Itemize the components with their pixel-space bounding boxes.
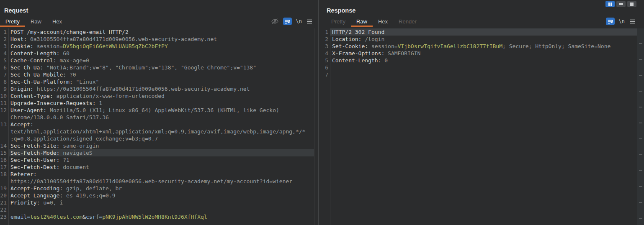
tab-hex[interactable]: Hex xyxy=(47,17,67,27)
menu-icon[interactable] xyxy=(306,19,313,24)
line-text: Host: 0a31005504ffa87a80d4171d009e0056.w… xyxy=(8,36,314,43)
line-text: Chrome/138.0.0.0 Safari/537.36 xyxy=(8,114,314,121)
code-line[interactable]: 13Accept: xyxy=(0,121,314,128)
line-text: Sec-Ch-Ua-Platform: "Linux" xyxy=(8,78,314,85)
code-line[interactable]: 2Location: /login xyxy=(319,36,637,43)
panel-divider[interactable] xyxy=(318,0,319,225)
message-editor: Request PrettyRawHex \n xyxy=(0,0,644,225)
menu-icon[interactable] xyxy=(629,19,636,24)
code-line[interactable]: 3Set-Cookie: session=VIjbOsrwTqifvIa6ell… xyxy=(319,43,637,50)
soft-wrap-icon[interactable] xyxy=(283,18,292,25)
code-line[interactable]: Chrome/138.0.0.0 Safari/537.36 xyxy=(0,114,314,121)
code-line[interactable]: 18Referer: xyxy=(0,171,314,178)
code-line[interactable]: 21Priority: u=0, i xyxy=(0,199,314,206)
code-line[interactable]: 4Content-Length: 60 xyxy=(0,50,314,57)
response-tabbar: PrettyRawHexRender xyxy=(326,17,422,27)
request-tabbar: PrettyRawHex xyxy=(0,17,67,27)
code-line[interactable]: 23email=test2%40test.com&csrf=pNK9jpAhUN… xyxy=(0,213,314,220)
pause-button[interactable] xyxy=(605,1,615,7)
response-panel: Response PrettyRawHexRender \n 1HTTP/2 3… xyxy=(319,0,644,225)
code-line[interactable]: https://0a31005504ffa87a80d4171d009e0056… xyxy=(0,178,314,185)
line-text: Sec-Ch-Ua-Mobile: ?0 xyxy=(8,71,314,78)
stop-button[interactable] xyxy=(627,1,636,7)
line-text: Upgrade-Insecure-Requests: 1 xyxy=(8,100,314,107)
line-text: User-Agent: Mozilla/5.0 (X11; Linux x86_… xyxy=(8,107,314,114)
code-line[interactable]: 8Sec-Ch-Ua-Platform: "Linux" xyxy=(0,78,314,85)
scroll-marker-strip[interactable] xyxy=(637,28,644,225)
code-line[interactable]: ;q=0.8,application/signed-exchange;v=b3;… xyxy=(0,135,314,142)
code-line[interactable]: 10Content-Type: application/x-www-form-u… xyxy=(0,92,314,100)
request-editor[interactable]: 1POST /my-account/change-email HTTP/22Ho… xyxy=(0,28,314,225)
line-text: Content-Length: 60 xyxy=(8,50,314,57)
line-number: 1 xyxy=(0,28,8,36)
tab-hex[interactable]: Hex xyxy=(373,17,393,27)
line-number: 4 xyxy=(0,50,8,57)
line-number: 7 xyxy=(0,71,8,78)
newline-icon[interactable]: \n xyxy=(296,18,302,24)
line-text: POST /my-account/change-email HTTP/2 xyxy=(8,28,314,36)
response-editor[interactable]: 1HTTP/2 302 Found2Location: /login3Set-C… xyxy=(319,28,637,225)
line-number: 16 xyxy=(0,156,8,164)
line-text: Accept: xyxy=(8,121,314,128)
pause-icon xyxy=(608,3,612,6)
code-line[interactable]: 19Accept-Encoding: gzip, deflate, br xyxy=(0,185,314,192)
code-line[interactable]: 1POST /my-account/change-email HTTP/2 xyxy=(0,28,314,36)
code-line[interactable]: 6 xyxy=(319,64,637,71)
line-number: 5 xyxy=(0,57,8,64)
line-text: Cookie: session=DV5bgiOqEi66etWWLUAUB5qZ… xyxy=(8,43,314,50)
code-line[interactable]: 9Origin: https://0a31005504ffa87a80d4171… xyxy=(0,85,314,92)
code-line[interactable]: 17Sec-Fetch-Dest: document xyxy=(0,164,314,171)
eye-off-icon[interactable] xyxy=(271,18,279,25)
line-number: 22 xyxy=(0,206,8,213)
line-text: Cache-Control: max-age=0 xyxy=(8,57,314,64)
line-text: Referer: xyxy=(8,171,314,178)
line-number: 6 xyxy=(0,64,8,71)
tab-raw[interactable]: Raw xyxy=(351,17,373,27)
lines-button[interactable] xyxy=(616,1,626,7)
request-edge-line xyxy=(314,28,314,225)
line-text: Location: /login xyxy=(330,36,637,43)
code-line[interactable]: 16Sec-Fetch-User: ?1 xyxy=(0,156,314,164)
line-text: Priority: u=0, i xyxy=(8,199,314,206)
line-number: 20 xyxy=(0,192,8,199)
line-text: Sec-Fetch-Mode: navigateS xyxy=(8,149,314,156)
line-text xyxy=(8,206,314,213)
line-number xyxy=(0,135,8,142)
line-text: Set-Cookie: session=VIjbOsrwTqifvIa6ellz… xyxy=(330,43,637,50)
stop-icon xyxy=(630,3,634,6)
line-text: X-Frame-Options: SAMEORIGIN xyxy=(330,50,637,57)
line-number: 17 xyxy=(0,164,8,171)
line-number: 7 xyxy=(319,71,330,78)
code-line[interactable]: 1HTTP/2 302 Found xyxy=(319,28,637,36)
line-text: email=test2%40test.com&csrf=pNK9jpAhUNW5… xyxy=(8,213,314,220)
tab-render: Render xyxy=(393,17,422,27)
line-number: 3 xyxy=(0,43,8,50)
code-line[interactable]: 12User-Agent: Mozilla/5.0 (X11; Linux x8… xyxy=(0,107,314,114)
line-text: Sec-Fetch-Site: same-origin xyxy=(8,142,314,149)
code-line[interactable]: 20Accept-Language: es-419,es;q=0.9 xyxy=(0,192,314,199)
tab-raw[interactable]: Raw xyxy=(25,17,47,27)
code-line[interactable]: 5Content-Length: 0 xyxy=(319,57,637,64)
code-line[interactable]: text/html,application/xhtml+xml,applicat… xyxy=(0,128,314,135)
code-line[interactable]: 6Sec-Ch-Ua: "Not)A;Brand";v="8", "Chromi… xyxy=(0,64,314,71)
tab-pretty[interactable]: Pretty xyxy=(0,17,25,27)
code-line[interactable]: 2Host: 0a31005504ffa87a80d4171d009e0056.… xyxy=(0,36,314,43)
code-line[interactable]: 22 xyxy=(0,206,314,213)
code-line[interactable]: 5Cache-Control: max-age=0 xyxy=(0,57,314,64)
soft-wrap-icon[interactable] xyxy=(606,18,615,25)
line-text: Content-Type: application/x-www-form-url… xyxy=(8,92,314,100)
code-line[interactable]: 7Sec-Ch-Ua-Mobile: ?0 xyxy=(0,71,314,78)
line-text: Sec-Fetch-User: ?1 xyxy=(8,156,314,164)
response-title: Response xyxy=(327,7,355,14)
line-text: Accept-Encoding: gzip, deflate, br xyxy=(8,185,314,192)
code-line[interactable]: 14Sec-Fetch-Site: same-origin xyxy=(0,142,314,149)
code-line[interactable]: 7 xyxy=(319,71,637,78)
line-number: 19 xyxy=(0,185,8,192)
line-number: 15 xyxy=(0,149,8,156)
line-text: Accept-Language: es-419,es;q=0.9 xyxy=(8,192,314,199)
code-line[interactable]: 4X-Frame-Options: SAMEORIGIN xyxy=(319,50,637,57)
newline-icon[interactable]: \n xyxy=(619,18,625,24)
code-line[interactable]: 3Cookie: session=DV5bgiOqEi66etWWLUAUB5q… xyxy=(0,43,314,50)
code-line[interactable]: 11Upgrade-Insecure-Requests: 1 xyxy=(0,100,314,107)
code-line[interactable]: 15Sec-Fetch-Mode: navigateS xyxy=(0,149,314,156)
